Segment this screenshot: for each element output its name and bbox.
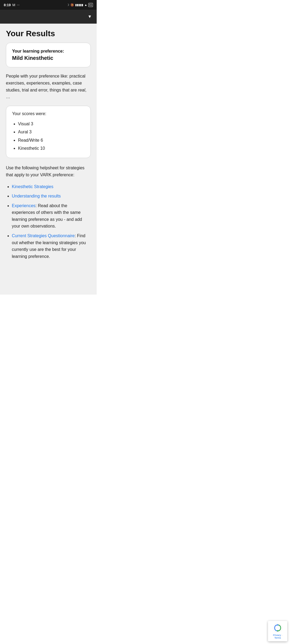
scores-list: Visual 3 Aural 3 Read/Write 6 Kinestheti…: [12, 120, 85, 153]
page-title: Your Results: [6, 29, 91, 38]
status-time: 8:19: [4, 3, 11, 7]
main-content: Your Results Your learning preference: M…: [0, 24, 97, 295]
scores-title: Your scores were:: [12, 111, 85, 116]
preference-card: Your learning preference: Mild Kinesthet…: [6, 43, 91, 67]
status-right: ☽ 🔕 ▮▮▮▮▮ ▲ 61: [67, 3, 93, 7]
gmail-icon: M: [12, 3, 15, 7]
signal-icon: ▮▮▮▮▮: [75, 3, 83, 7]
list-item-current-strategies: Current Strategies Questionnaire: Find o…: [12, 232, 91, 260]
wifi-icon: ▲: [84, 3, 87, 6]
nav-bar: ▼: [0, 10, 97, 24]
preference-value: Mild Kinesthetic: [12, 54, 85, 62]
description-text: People with your preference like: practi…: [6, 73, 91, 100]
do-not-disturb-icon: ☽: [67, 3, 69, 7]
list-item-understanding-results: Understanding the results: [12, 193, 91, 200]
dropdown-arrow-icon[interactable]: ▼: [88, 14, 92, 19]
understanding-results-link[interactable]: Understanding the results: [12, 194, 61, 198]
status-left: 8:19 M ···: [4, 3, 20, 7]
status-bar: 8:19 M ··· ☽ 🔕 ▮▮▮▮▮ ▲ 61: [0, 0, 97, 10]
battery-icon: 61: [88, 3, 93, 7]
preference-label: Your learning preference:: [12, 48, 85, 54]
list-item-experiences: Experiences: Read about the experiences …: [12, 202, 91, 230]
score-item-kinesthetic: Kinesthetic 10: [18, 144, 85, 152]
list-item-kinesthetic-strategies: Kinesthetic Strategies: [12, 183, 91, 190]
experiences-link[interactable]: Experiences: [12, 203, 35, 208]
status-dots: ···: [17, 3, 20, 7]
score-item-visual: Visual 3: [18, 120, 85, 128]
mute-icon: 🔕: [70, 3, 74, 7]
links-list: Kinesthetic Strategies Understanding the…: [6, 183, 91, 260]
helpsheet-text: Use the following helpsheet for strategi…: [6, 164, 91, 178]
score-item-readwrite: Read/Write 6: [18, 136, 85, 144]
scores-card: Your scores were: Visual 3 Aural 3 Read/…: [6, 106, 91, 158]
emphasis-real: real: [78, 88, 85, 92]
current-strategies-link[interactable]: Current Strategies Questionnaire: [12, 233, 75, 238]
score-item-aural: Aural 3: [18, 128, 85, 136]
kinesthetic-strategies-link[interactable]: Kinesthetic Strategies: [12, 184, 53, 189]
